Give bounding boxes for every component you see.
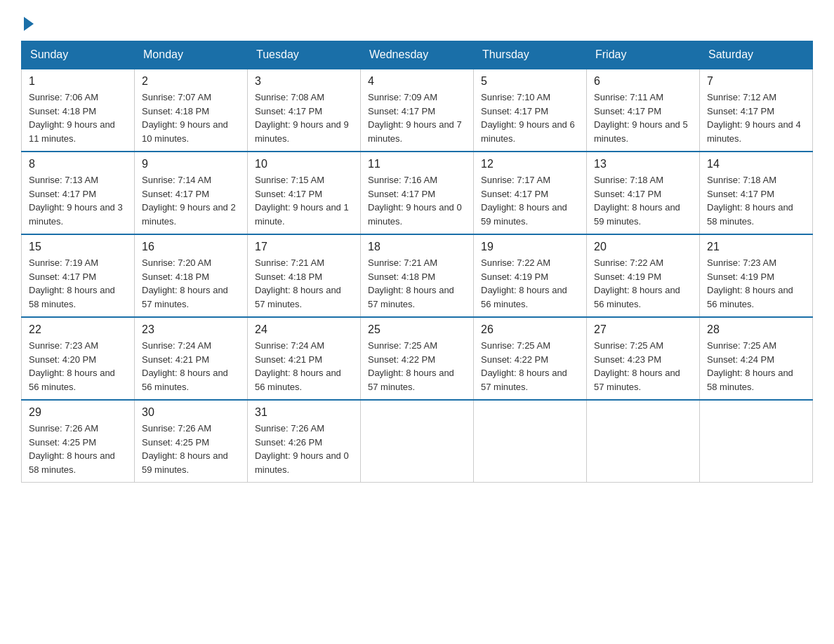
calendar-cell: 10 Sunrise: 7:15 AM Sunset: 4:17 PM Dayl…: [248, 152, 361, 234]
day-info: Sunrise: 7:21 AM Sunset: 4:18 PM Dayligh…: [255, 256, 353, 311]
day-info: Sunrise: 7:22 AM Sunset: 4:19 PM Dayligh…: [481, 256, 579, 311]
day-number: 28: [707, 323, 805, 336]
page-header: [21, 14, 813, 28]
weekday-header-tuesday: Tuesday: [248, 41, 361, 69]
day-number: 22: [29, 323, 127, 336]
day-info: Sunrise: 7:20 AM Sunset: 4:18 PM Dayligh…: [142, 256, 240, 311]
calendar-cell: 26 Sunrise: 7:25 AM Sunset: 4:22 PM Dayl…: [474, 317, 587, 400]
day-number: 16: [142, 241, 240, 253]
day-info: Sunrise: 7:15 AM Sunset: 4:17 PM Dayligh…: [255, 173, 353, 228]
day-info: Sunrise: 7:19 AM Sunset: 4:17 PM Dayligh…: [29, 256, 127, 311]
day-info: Sunrise: 7:14 AM Sunset: 4:17 PM Dayligh…: [142, 173, 240, 228]
day-info: Sunrise: 7:13 AM Sunset: 4:17 PM Dayligh…: [29, 173, 127, 228]
day-info: Sunrise: 7:25 AM Sunset: 4:22 PM Dayligh…: [368, 339, 466, 394]
calendar-cell: 9 Sunrise: 7:14 AM Sunset: 4:17 PM Dayli…: [135, 152, 248, 234]
day-number: 30: [142, 406, 240, 419]
calendar-week-row: 15 Sunrise: 7:19 AM Sunset: 4:17 PM Dayl…: [22, 234, 813, 317]
calendar-cell: 15 Sunrise: 7:19 AM Sunset: 4:17 PM Dayl…: [22, 234, 135, 317]
calendar-cell: 4 Sunrise: 7:09 AM Sunset: 4:17 PM Dayli…: [361, 69, 474, 152]
calendar-cell: 28 Sunrise: 7:25 AM Sunset: 4:24 PM Dayl…: [700, 317, 813, 400]
day-info: Sunrise: 7:18 AM Sunset: 4:17 PM Dayligh…: [707, 173, 805, 228]
day-number: 13: [594, 158, 692, 170]
day-number: 19: [481, 241, 579, 253]
day-number: 15: [29, 241, 127, 253]
calendar-week-row: 22 Sunrise: 7:23 AM Sunset: 4:20 PM Dayl…: [22, 317, 813, 400]
day-info: Sunrise: 7:23 AM Sunset: 4:19 PM Dayligh…: [707, 256, 805, 311]
day-info: Sunrise: 7:23 AM Sunset: 4:20 PM Dayligh…: [29, 339, 127, 394]
calendar-cell: 19 Sunrise: 7:22 AM Sunset: 4:19 PM Dayl…: [474, 234, 587, 317]
calendar-cell: 29 Sunrise: 7:26 AM Sunset: 4:25 PM Dayl…: [22, 400, 135, 483]
day-number: 2: [142, 75, 240, 88]
calendar-cell: 13 Sunrise: 7:18 AM Sunset: 4:17 PM Dayl…: [587, 152, 700, 234]
calendar-cell: 20 Sunrise: 7:22 AM Sunset: 4:19 PM Dayl…: [587, 234, 700, 317]
day-number: 20: [594, 241, 692, 253]
day-number: 21: [707, 241, 805, 253]
day-number: 17: [255, 241, 353, 253]
calendar-cell: 6 Sunrise: 7:11 AM Sunset: 4:17 PM Dayli…: [587, 69, 700, 152]
day-info: Sunrise: 7:08 AM Sunset: 4:17 PM Dayligh…: [255, 90, 353, 145]
day-info: Sunrise: 7:26 AM Sunset: 4:25 PM Dayligh…: [142, 422, 240, 476]
weekday-header-sunday: Sunday: [22, 41, 135, 69]
day-number: 4: [368, 75, 466, 88]
calendar-cell: 14 Sunrise: 7:18 AM Sunset: 4:17 PM Dayl…: [700, 152, 813, 234]
calendar-table: SundayMondayTuesdayWednesdayThursdayFrid…: [21, 41, 813, 483]
calendar-cell: 31 Sunrise: 7:26 AM Sunset: 4:26 PM Dayl…: [248, 400, 361, 483]
calendar-cell: 5 Sunrise: 7:10 AM Sunset: 4:17 PM Dayli…: [474, 69, 587, 152]
day-number: 8: [29, 158, 127, 170]
day-number: 31: [255, 406, 353, 419]
calendar-cell: 3 Sunrise: 7:08 AM Sunset: 4:17 PM Dayli…: [248, 69, 361, 152]
day-info: Sunrise: 7:11 AM Sunset: 4:17 PM Dayligh…: [594, 90, 692, 145]
calendar-cell: 21 Sunrise: 7:23 AM Sunset: 4:19 PM Dayl…: [700, 234, 813, 317]
day-number: 7: [707, 75, 805, 88]
weekday-header-saturday: Saturday: [700, 41, 813, 69]
calendar-cell: [700, 400, 813, 483]
day-info: Sunrise: 7:22 AM Sunset: 4:19 PM Dayligh…: [594, 256, 692, 311]
calendar-cell: 8 Sunrise: 7:13 AM Sunset: 4:17 PM Dayli…: [22, 152, 135, 234]
day-info: Sunrise: 7:26 AM Sunset: 4:26 PM Dayligh…: [255, 422, 353, 476]
day-number: 25: [368, 323, 466, 336]
day-number: 27: [594, 323, 692, 336]
day-number: 3: [255, 75, 353, 88]
calendar-cell: 23 Sunrise: 7:24 AM Sunset: 4:21 PM Dayl…: [135, 317, 248, 400]
day-info: Sunrise: 7:18 AM Sunset: 4:17 PM Dayligh…: [594, 173, 692, 228]
day-number: 6: [594, 75, 692, 88]
day-info: Sunrise: 7:25 AM Sunset: 4:24 PM Dayligh…: [707, 339, 805, 394]
logo: [21, 14, 34, 28]
weekday-header-wednesday: Wednesday: [361, 41, 474, 69]
calendar-cell: 12 Sunrise: 7:17 AM Sunset: 4:17 PM Dayl…: [474, 152, 587, 234]
day-number: 26: [481, 323, 579, 336]
calendar-cell: [361, 400, 474, 483]
day-number: 5: [481, 75, 579, 88]
calendar-cell: 27 Sunrise: 7:25 AM Sunset: 4:23 PM Dayl…: [587, 317, 700, 400]
day-number: 23: [142, 323, 240, 336]
day-info: Sunrise: 7:24 AM Sunset: 4:21 PM Dayligh…: [255, 339, 353, 394]
day-number: 18: [368, 241, 466, 253]
calendar-cell: [587, 400, 700, 483]
calendar-cell: 17 Sunrise: 7:21 AM Sunset: 4:18 PM Dayl…: [248, 234, 361, 317]
day-number: 12: [481, 158, 579, 170]
calendar-cell: [474, 400, 587, 483]
day-info: Sunrise: 7:06 AM Sunset: 4:18 PM Dayligh…: [29, 90, 127, 145]
day-info: Sunrise: 7:16 AM Sunset: 4:17 PM Dayligh…: [368, 173, 466, 228]
day-number: 24: [255, 323, 353, 336]
day-info: Sunrise: 7:09 AM Sunset: 4:17 PM Dayligh…: [368, 90, 466, 145]
calendar-cell: 16 Sunrise: 7:20 AM Sunset: 4:18 PM Dayl…: [135, 234, 248, 317]
calendar-week-row: 29 Sunrise: 7:26 AM Sunset: 4:25 PM Dayl…: [22, 400, 813, 483]
day-number: 11: [368, 158, 466, 170]
calendar-cell: 25 Sunrise: 7:25 AM Sunset: 4:22 PM Dayl…: [361, 317, 474, 400]
calendar-cell: 30 Sunrise: 7:26 AM Sunset: 4:25 PM Dayl…: [135, 400, 248, 483]
calendar-cell: 2 Sunrise: 7:07 AM Sunset: 4:18 PM Dayli…: [135, 69, 248, 152]
weekday-header-monday: Monday: [135, 41, 248, 69]
day-info: Sunrise: 7:07 AM Sunset: 4:18 PM Dayligh…: [142, 90, 240, 145]
calendar-cell: 7 Sunrise: 7:12 AM Sunset: 4:17 PM Dayli…: [700, 69, 813, 152]
logo-arrow-icon: [24, 17, 34, 31]
day-number: 9: [142, 158, 240, 170]
day-info: Sunrise: 7:10 AM Sunset: 4:17 PM Dayligh…: [481, 90, 579, 145]
day-info: Sunrise: 7:25 AM Sunset: 4:22 PM Dayligh…: [481, 339, 579, 394]
weekday-header-friday: Friday: [587, 41, 700, 69]
calendar-week-row: 1 Sunrise: 7:06 AM Sunset: 4:18 PM Dayli…: [22, 69, 813, 152]
calendar-cell: 22 Sunrise: 7:23 AM Sunset: 4:20 PM Dayl…: [22, 317, 135, 400]
weekday-header-row: SundayMondayTuesdayWednesdayThursdayFrid…: [22, 41, 813, 69]
day-info: Sunrise: 7:26 AM Sunset: 4:25 PM Dayligh…: [29, 422, 127, 476]
day-number: 10: [255, 158, 353, 170]
